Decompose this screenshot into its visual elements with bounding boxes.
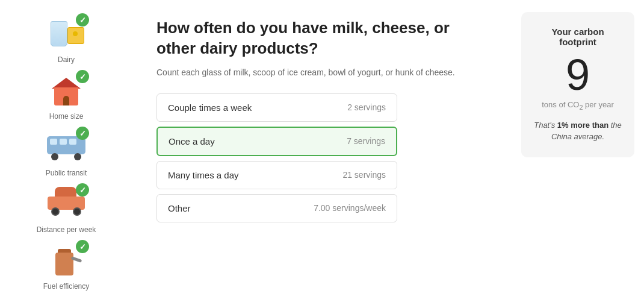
question-title: How often do you have milk, cheese, or o… bbox=[156, 18, 488, 59]
option-many-times-day[interactable]: Many times a day 21 servings bbox=[156, 161, 397, 189]
sidebar-item-public-transit[interactable]: ✓ Public transit bbox=[36, 125, 96, 177]
sidebar: ✓ Dairy ✓ Home size ✓ Public bbox=[0, 0, 132, 302]
fuel-check-badge: ✓ bbox=[76, 240, 89, 253]
option-couple-times-week[interactable]: Couple times a week 2 servings bbox=[156, 93, 397, 122]
footprint-title: Your carbon footprint bbox=[533, 27, 622, 47]
home-icon-wrap: ✓ bbox=[42, 69, 90, 111]
sidebar-item-distance[interactable]: ✓ Distance per week bbox=[36, 182, 96, 234]
dairy-check-badge: ✓ bbox=[76, 13, 89, 27]
option-once-label: Once a day bbox=[169, 136, 215, 146]
option-once-value: 7 servings bbox=[347, 136, 385, 146]
footprint-unit-text: tons of CO bbox=[542, 100, 579, 109]
option-many-label: Many times a day bbox=[168, 170, 239, 180]
option-once-a-day[interactable]: Once a day 7 servings bbox=[156, 127, 397, 156]
option-other-value: 7.00 servings/week bbox=[314, 203, 386, 213]
option-other-label: Other bbox=[168, 203, 191, 213]
sidebar-item-fuel-label: Fuel efficiency bbox=[43, 282, 89, 291]
main-content: How often do you have milk, cheese, or o… bbox=[132, 0, 512, 302]
footprint-number: 9 bbox=[533, 53, 622, 96]
sidebar-item-distance-label: Distance per week bbox=[37, 225, 96, 234]
fuel-icon-wrap: ✓ bbox=[42, 239, 90, 281]
option-couple-value: 2 servings bbox=[347, 102, 386, 112]
right-panel: Your carbon footprint 9 tons of CO2 per … bbox=[512, 0, 644, 302]
footprint-unit: tons of CO2 per year bbox=[533, 100, 622, 111]
footprint-per-year: per year bbox=[583, 100, 613, 109]
options-list: Couple times a week 2 servings Once a da… bbox=[156, 93, 397, 222]
transit-check-badge: ✓ bbox=[76, 127, 89, 140]
sidebar-item-dairy-label: Dairy bbox=[58, 55, 75, 64]
question-subtitle: Count each glass of milk, scoop of ice c… bbox=[156, 66, 488, 79]
footprint-compare-highlight: 1% more than bbox=[557, 121, 608, 130]
sidebar-item-fuel[interactable]: ✓ Fuel efficiency bbox=[36, 239, 96, 291]
sidebar-item-transit-label: Public transit bbox=[46, 169, 87, 177]
dairy-icon-wrap: ✓ bbox=[42, 12, 90, 54]
footprint-compare-prefix: That's bbox=[534, 121, 557, 130]
sidebar-item-home-label: Home size bbox=[49, 112, 84, 121]
footprint-compare: That's 1% more than the China average. bbox=[533, 119, 622, 143]
footprint-card: Your carbon footprint 9 tons of CO2 per … bbox=[521, 12, 634, 157]
transit-icon-wrap: ✓ bbox=[42, 125, 90, 168]
home-check-badge: ✓ bbox=[76, 70, 89, 83]
sidebar-item-home-size[interactable]: ✓ Home size bbox=[36, 69, 96, 121]
option-other[interactable]: Other 7.00 servings/week bbox=[156, 194, 397, 222]
sidebar-item-dairy[interactable]: ✓ Dairy bbox=[36, 12, 96, 64]
distance-check-badge: ✓ bbox=[76, 183, 89, 197]
car-icon-wrap: ✓ bbox=[42, 182, 90, 224]
option-couple-label: Couple times a week bbox=[168, 102, 252, 113]
option-many-value: 21 servings bbox=[342, 170, 386, 180]
